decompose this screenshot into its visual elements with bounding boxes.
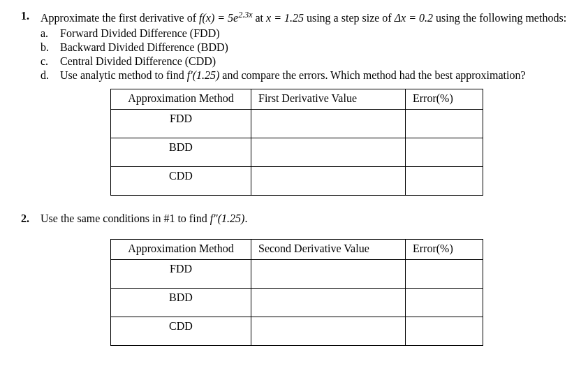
p1-table-header-row: Approximation Method First Derivative Va… [111,89,483,110]
p1-c-letter: c. [41,55,60,68]
p1-fdd-error [406,110,483,138]
p1-th-error: Error(%) [406,89,483,110]
p2-bdd-error [406,289,483,317]
p2-th-error: Error(%) [406,240,483,260]
table-row: FDD [111,110,483,138]
p1-c-text: Central Divided Difference (CDD) [60,55,567,68]
p1-th-method: Approximation Method [111,89,251,110]
problem-2-body: Use the same conditions in #1 to find f″… [41,212,567,225]
table-row: BDD [111,138,483,167]
p1-row-cdd: CDD [111,167,251,196]
table-row: BDD [111,289,483,317]
problem-2-number: 2. [21,212,41,225]
p1-item-c: c. Central Divided Difference (CDD) [41,55,567,68]
p2-row-cdd: CDD [111,317,251,346]
p1-xval: x = 1.25 [266,12,304,24]
p1-cdd-value [251,167,406,196]
p1-b-letter: b. [41,41,60,54]
table-row: FDD [111,260,483,289]
p2-row-bdd: BDD [111,289,251,317]
p1-intro-4: using the following methods: [433,12,566,24]
p2-cdd-value [251,317,406,346]
p1-bdd-value [251,138,406,167]
p1-row-fdd: FDD [111,110,251,138]
p1-sublist: a. Forward Divided Difference (FDD) b. B… [41,27,567,82]
p1-a-letter: a. [41,27,60,40]
p2-table: Approximation Method Second Derivative V… [110,239,483,346]
table-row: CDD [111,317,483,346]
p1-table: Approximation Method First Derivative Va… [110,89,483,196]
p1-bdd-error [406,138,483,167]
p2-fdd-value [251,260,406,289]
p1-d-text: Use analytic method to find f′(1.25) and… [60,69,567,82]
p1-b-text: Backward Divided Difference (BDD) [60,41,567,54]
table-row: CDD [111,167,483,196]
p1-delta: Δx = 0.2 [395,12,433,24]
p1-item-a: a. Forward Divided Difference (FDD) [41,27,567,40]
p2-th-method: Approximation Method [111,240,251,260]
problem-1-header: 1. Approximate the first derivative of f… [21,10,567,83]
p1-intro-2: at [252,12,266,24]
p1-row-bdd: BDD [111,138,251,167]
p1-intro-1: Approximate the first derivative of [41,12,199,24]
p1-th-value: First Derivative Value [251,89,406,110]
problem-1-number: 1. [21,10,41,22]
p2-row-fdd: FDD [111,260,251,289]
p1-a-text: Forward Divided Difference (FDD) [60,27,567,40]
p1-formula: f(x) = 5e2.3x [199,12,252,24]
p2-cdd-error [406,317,483,346]
p2-fdd-error [406,260,483,289]
problem-2-header: 2. Use the same conditions in #1 to find… [21,212,567,225]
p1-fdd-value [251,110,406,138]
problem-1: 1. Approximate the first derivative of f… [21,10,567,196]
problem-2: 2. Use the same conditions in #1 to find… [21,212,567,346]
p1-d-letter: d. [41,69,60,82]
p1-cdd-error [406,167,483,196]
p1-item-b: b. Backward Divided Difference (BDD) [41,41,567,54]
problem-1-body: Approximate the first derivative of f(x)… [41,10,567,83]
p2-bdd-value [251,289,406,317]
p2-th-value: Second Derivative Value [251,240,406,260]
p1-item-d: d. Use analytic method to find f′(1.25) … [41,69,567,82]
p1-intro-3: using a step size of [304,12,395,24]
p2-table-header-row: Approximation Method Second Derivative V… [111,240,483,260]
